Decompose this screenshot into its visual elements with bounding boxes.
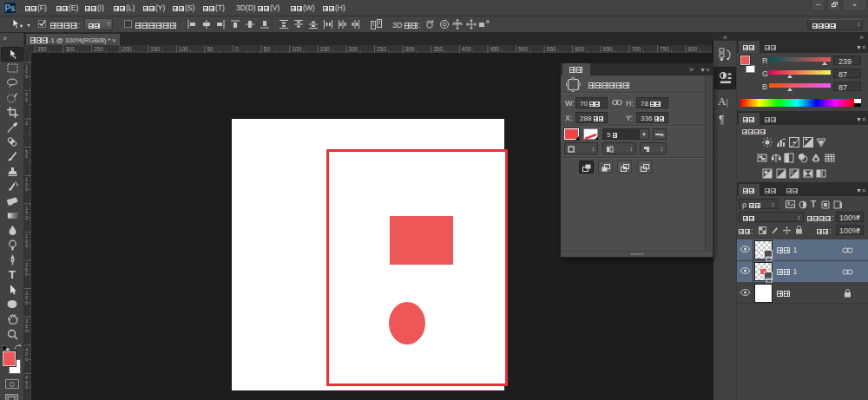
svg-text:0: 0	[25, 272, 28, 277]
svg-text:0: 0	[25, 97, 28, 102]
svg-text:800: 800	[688, 46, 698, 52]
svg-text:600: 600	[575, 46, 584, 52]
svg-text:250: 250	[94, 46, 103, 52]
svg-text:500: 500	[518, 46, 528, 52]
svg-text:0: 0	[25, 328, 28, 333]
svg-text:0: 0	[25, 154, 28, 159]
svg-text:300: 300	[65, 46, 75, 52]
svg-text:150: 150	[150, 46, 160, 52]
svg-text:200: 200	[348, 46, 358, 52]
svg-text:450: 450	[490, 46, 499, 52]
svg-text:550: 550	[547, 46, 556, 52]
svg-text:0: 0	[25, 357, 28, 362]
svg-text:100: 100	[179, 46, 188, 52]
svg-text:0: 0	[25, 215, 28, 220]
svg-text:350: 350	[433, 46, 443, 52]
svg-text:0: 0	[25, 74, 28, 79]
svg-text:0: 0	[25, 384, 28, 390]
svg-text:150: 150	[320, 46, 330, 52]
svg-text:0: 0	[25, 187, 28, 192]
svg-text:0: 0	[25, 121, 28, 126]
svg-text:50: 50	[207, 46, 214, 52]
svg-text:400: 400	[462, 46, 471, 52]
svg-text:100: 100	[292, 46, 301, 52]
svg-text:50: 50	[264, 46, 271, 52]
svg-text:0: 0	[235, 46, 239, 52]
svg-text:200: 200	[122, 46, 132, 52]
svg-text:350: 350	[37, 46, 47, 52]
svg-text:750: 750	[660, 46, 669, 52]
svg-text:300: 300	[405, 46, 415, 52]
svg-text:650: 650	[603, 46, 613, 52]
svg-text:0: 0	[25, 243, 28, 248]
svg-text:700: 700	[631, 46, 641, 52]
svg-text:250: 250	[377, 46, 386, 52]
svg-text:0: 0	[25, 300, 28, 305]
